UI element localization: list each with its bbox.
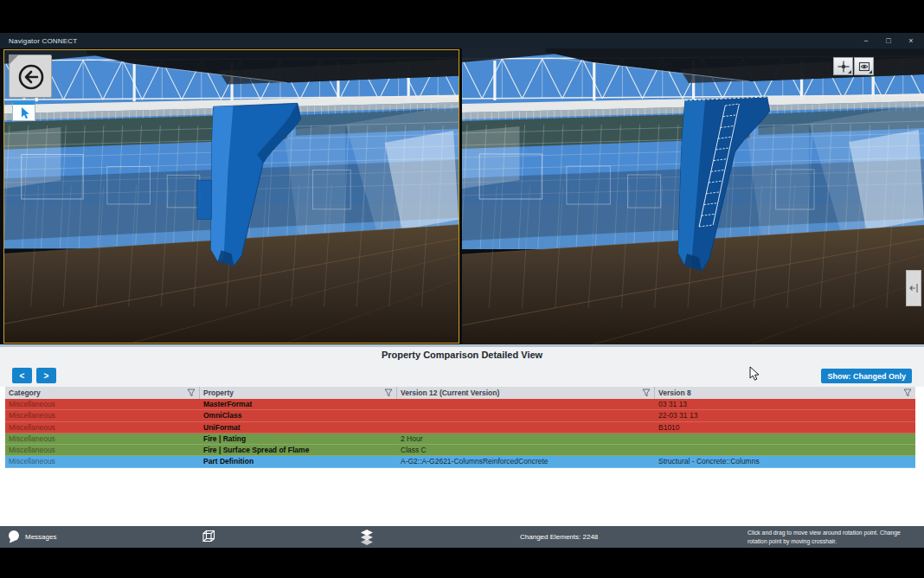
panel-flyout-tab[interactable] <box>906 270 921 306</box>
cell-version12: Class C <box>397 445 655 455</box>
header-version8[interactable]: Version 8 <box>655 387 915 399</box>
show-changed-only-button[interactable]: Show: Changed Only <box>821 369 912 383</box>
next-element-button[interactable]: > <box>36 368 56 383</box>
back-arrow-icon <box>16 61 47 93</box>
crosshair-icon <box>837 60 850 74</box>
table-row[interactable]: Miscellaneous Fire | Rating 2 Hour <box>5 434 915 445</box>
back-button[interactable] <box>9 55 52 98</box>
cell-category: Miscellaneous <box>5 410 200 421</box>
viewport-toolbar <box>833 57 874 75</box>
cell-property: UniFormat <box>200 422 397 433</box>
viewport-right-version8[interactable] <box>462 48 924 344</box>
message-bubble-icon <box>7 530 21 543</box>
cell-version8: 22-03 31 13 <box>655 410 915 421</box>
cell-category: Miscellaneous <box>5 445 200 455</box>
cell-version8: Structural - Concrete::Columns <box>655 456 915 466</box>
cell-property: MasterFormat <box>200 399 397 409</box>
previous-element-button[interactable]: < <box>12 368 32 383</box>
table-row[interactable]: Miscellaneous Fire | Surface Spread of F… <box>5 445 915 456</box>
comparison-table: Category Property Version 12 (Current Ve… <box>5 387 915 468</box>
cell-category: Miscellaneous <box>5 434 200 444</box>
cursor-arrow-icon <box>17 106 31 120</box>
mouse-cursor <box>749 366 760 382</box>
messages-button[interactable]: Messages <box>7 530 56 543</box>
view-rotation-button[interactable] <box>854 57 874 75</box>
collapse-panel-icon <box>908 282 919 294</box>
cell-category: Miscellaneous <box>5 456 200 466</box>
cell-version12: A-G2::A-G2621-ColumnsReinforcedConcrete <box>397 456 655 466</box>
messages-label: Messages <box>25 533 56 541</box>
cell-version8 <box>655 445 915 455</box>
changed-elements-count: Changed Elements: 2248 <box>520 533 598 541</box>
3d-model-scene-right[interactable] <box>462 48 924 344</box>
filter-icon[interactable] <box>187 389 196 397</box>
filter-icon[interactable] <box>903 389 912 397</box>
3d-model-scene-left[interactable] <box>4 50 459 343</box>
cell-category: Miscellaneous <box>5 422 200 433</box>
rotation-point-button[interactable] <box>833 57 853 75</box>
cell-version12 <box>397 422 655 433</box>
filter-icon[interactable] <box>642 389 651 397</box>
window-title: Navigator CONNECT <box>9 37 77 45</box>
app-window: Navigator CONNECT − □ × <box>0 33 924 548</box>
cell-version12: 2 Hour <box>397 434 655 444</box>
cell-version12 <box>397 410 655 421</box>
element-navigation: < > <box>12 368 56 383</box>
cell-version8: 03 31 13 <box>655 399 915 409</box>
panel-title: Property Comparison Detailed View <box>0 350 924 360</box>
layers-button[interactable] <box>360 529 374 545</box>
cell-version12 <box>397 399 655 409</box>
select-tool-button[interactable] <box>12 102 35 121</box>
maximize-button[interactable]: □ <box>877 33 900 48</box>
titlebar: Navigator CONNECT − □ × <box>0 33 924 48</box>
table-header-row: Category Property Version 12 (Current Ve… <box>5 387 915 399</box>
cell-category: Miscellaneous <box>5 399 200 409</box>
layers-icon <box>360 529 374 545</box>
wireframe-cube-icon <box>202 530 216 543</box>
viewport-area <box>0 48 924 344</box>
close-button[interactable]: × <box>900 33 922 48</box>
window-controls: − □ × <box>855 33 922 48</box>
cell-version8: B1010 <box>655 422 915 433</box>
minimize-button[interactable]: − <box>855 33 877 48</box>
cell-property: Fire | Rating <box>200 434 397 444</box>
cell-version8 <box>655 434 915 444</box>
cell-property: Fire | Surface Spread of Flame <box>200 445 397 455</box>
table-row[interactable]: Miscellaneous Part Definition A-G2::A-G2… <box>5 456 915 467</box>
table-row[interactable]: Miscellaneous UniFormat B1010 <box>5 422 915 434</box>
viewport-left-version12[interactable] <box>3 49 459 344</box>
table-row[interactable]: Miscellaneous OmniClass 22-03 31 13 <box>5 410 915 421</box>
cell-property: OmniClass <box>200 410 397 421</box>
cell-property: Part Definition <box>200 456 397 466</box>
statusbar-hint-text: Click and drag to move view around rotat… <box>748 529 921 546</box>
table-row[interactable]: Miscellaneous MasterFormat 03 31 13 <box>5 399 915 410</box>
header-version12[interactable]: Version 12 (Current Version) <box>397 387 655 399</box>
filter-icon[interactable] <box>384 389 393 397</box>
header-category[interactable]: Category <box>5 387 200 399</box>
statusbar: Messages Changed Elements: 2248 Click an… <box>0 526 924 548</box>
eye-box-icon <box>857 60 871 74</box>
view-cube-button[interactable] <box>202 530 216 543</box>
header-property[interactable]: Property <box>200 387 397 399</box>
property-comparison-panel: Property Comparison Detailed View < > Sh… <box>0 347 924 526</box>
